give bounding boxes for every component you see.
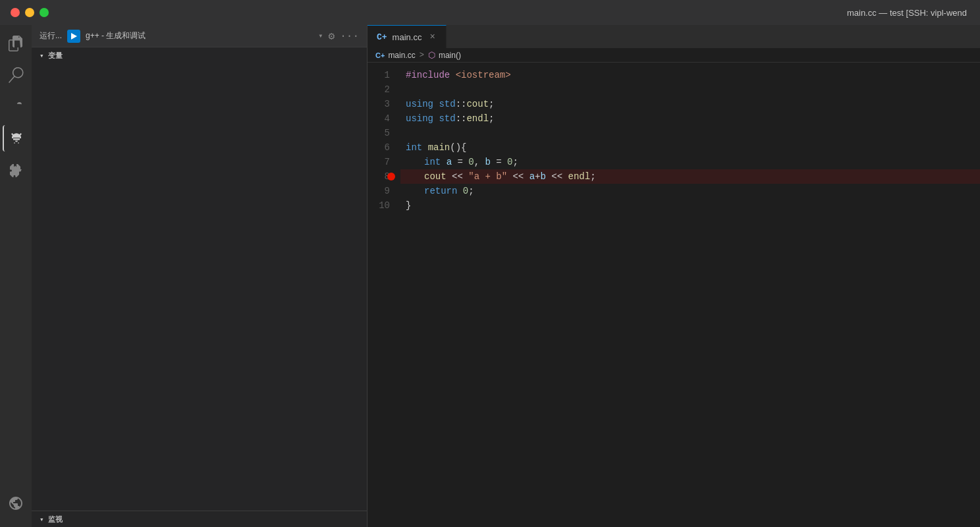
activity-explorer[interactable]	[3, 30, 29, 57]
breadcrumb-file[interactable]: C+ main.cc	[375, 51, 416, 60]
breadcrumb-function[interactable]: ⬡ main()	[428, 50, 461, 60]
breadcrumb-filename: main.cc	[388, 51, 415, 60]
line-num-1: 1	[368, 68, 390, 82]
close-button[interactable]	[11, 8, 20, 17]
debug-config-label: g++ - 生成和调试	[86, 30, 313, 42]
watch-section-header[interactable]: ▾ 监视	[32, 511, 367, 527]
breakpoint-dot	[387, 173, 395, 180]
activity-search[interactable]	[3, 62, 29, 88]
line-num-2: 2	[368, 82, 390, 97]
code-line-6: int main(){	[400, 140, 980, 155]
watch-section: ▾ 监视	[32, 511, 367, 527]
variables-title: 变量	[48, 51, 63, 61]
traffic-lights	[11, 8, 49, 17]
tab-main-cc[interactable]: C+ main.cc ×	[368, 25, 447, 48]
line-num-10: 10	[368, 198, 390, 213]
more-icon[interactable]: ···	[340, 30, 359, 42]
activity-extensions[interactable]	[3, 157, 29, 183]
breadcrumb-func-icon: ⬡	[428, 50, 435, 60]
window-title: main.cc — test [SSH: vipl-wend	[847, 8, 967, 18]
activity-bar	[0, 25, 32, 527]
variables-section-header[interactable]: ▾ 变量	[32, 47, 367, 63]
breadcrumb-cpp-icon: C+	[375, 51, 385, 59]
line-num-8: 8	[368, 169, 390, 184]
debug-play-button[interactable]	[67, 30, 80, 43]
line-num-5: 5	[368, 126, 390, 140]
tab-cpp-icon: C+	[377, 32, 387, 42]
code-line-5	[400, 126, 980, 140]
run-label: 运行...	[40, 30, 62, 42]
line-num-7: 7	[368, 155, 390, 169]
code-line-9: return 0;	[400, 184, 980, 198]
code-line-10: }	[400, 198, 980, 213]
line-num-4: 4	[368, 111, 390, 126]
debug-toolbar-icons: ⚙ ···	[329, 30, 359, 43]
code-content[interactable]: #include <iostream> using std::cout; usi…	[400, 68, 980, 522]
breadcrumb-separator-1: >	[420, 51, 424, 60]
sidebar-content	[32, 63, 367, 511]
line-numbers: 1 2 3 4 5 6 7 8 9 10	[368, 68, 400, 522]
main-container: 运行... g++ - 生成和调试 ▾ ⚙ ··· ▾ 变量 ▾ 监视	[0, 25, 980, 527]
activity-debug[interactable]	[3, 125, 29, 152]
code-line-8: cout << "a + b" << a+b << endl;	[400, 169, 980, 184]
code-line-1: #include <iostream>	[400, 68, 980, 82]
code-line-7: int a = 0, b = 0;	[400, 155, 980, 169]
settings-icon[interactable]: ⚙	[329, 30, 335, 43]
minimize-button[interactable]	[25, 8, 34, 17]
tab-filename: main.cc	[393, 32, 422, 42]
activity-remote[interactable]	[3, 490, 29, 516]
code-line-3: using std::cout;	[400, 97, 980, 111]
chevron-down-icon[interactable]: ▾	[318, 31, 323, 41]
code-line-4: using std::endl;	[400, 111, 980, 126]
line-num-3: 3	[368, 97, 390, 111]
variables-section: ▾ 变量	[32, 47, 367, 63]
titlebar: main.cc — test [SSH: vipl-wend	[0, 0, 980, 25]
tab-close-button[interactable]: ×	[429, 32, 435, 42]
tab-bar: C+ main.cc ×	[368, 25, 980, 48]
editor-area: C+ main.cc × C+ main.cc > ⬡ main() 1 2 3	[368, 25, 980, 527]
watch-title: 监视	[48, 514, 63, 524]
code-editor: 1 2 3 4 5 6 7 8 9 10 #include <iostream>	[368, 63, 980, 527]
maximize-button[interactable]	[40, 8, 49, 17]
breadcrumb-funcname: main()	[439, 51, 461, 60]
debug-toolbar: 运行... g++ - 生成和调试 ▾ ⚙ ···	[32, 25, 367, 47]
line-num-9: 9	[368, 184, 390, 198]
variables-chevron: ▾	[40, 51, 44, 60]
sidebar-debug: 运行... g++ - 生成和调试 ▾ ⚙ ··· ▾ 变量 ▾ 监视	[32, 25, 368, 527]
watch-chevron: ▾	[40, 515, 44, 524]
code-line-2	[400, 82, 980, 97]
breadcrumb: C+ main.cc > ⬡ main()	[368, 48, 980, 63]
activity-source-control[interactable]	[3, 94, 29, 120]
line-num-6: 6	[368, 140, 390, 155]
